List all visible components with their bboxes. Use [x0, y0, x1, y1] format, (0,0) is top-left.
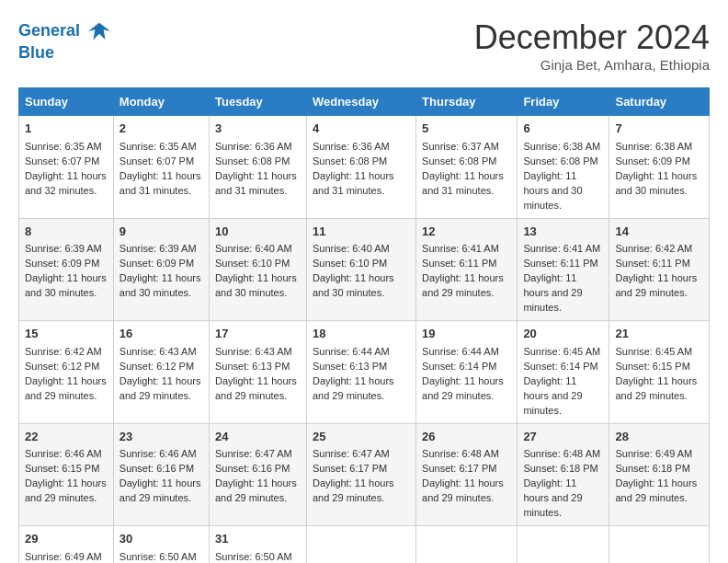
- day-info: Sunset: 6:15 PM: [615, 360, 703, 374]
- day-info: Sunrise: 6:38 AM: [615, 140, 703, 155]
- day-info: Sunset: 6:13 PM: [313, 360, 410, 374]
- day-info: Daylight: 11 hours and 30 minutes.: [119, 271, 203, 301]
- day-info: Sunrise: 6:45 AM: [615, 345, 703, 360]
- day-info: Daylight: 11 hours and 30 minutes.: [615, 169, 703, 199]
- calendar-cell: 1Sunrise: 6:35 AMSunset: 6:07 PMDaylight…: [19, 116, 114, 219]
- day-info: Sunset: 6:12 PM: [25, 360, 108, 374]
- day-info: Sunrise: 6:43 AM: [215, 345, 301, 360]
- day-info: Sunset: 6:10 PM: [313, 257, 410, 271]
- day-info: Sunset: 6:18 PM: [615, 462, 703, 477]
- col-header-tuesday: Tuesday: [210, 88, 307, 116]
- day-info: Sunrise: 6:42 AM: [615, 242, 703, 257]
- day-number: 28: [615, 429, 703, 446]
- calendar-cell: 27Sunrise: 6:48 AMSunset: 6:18 PMDayligh…: [518, 423, 609, 526]
- day-info: Sunset: 6:08 PM: [313, 155, 410, 169]
- day-info: Daylight: 11 hours and 29 minutes.: [215, 374, 301, 404]
- day-info: Sunrise: 6:39 AM: [25, 242, 108, 257]
- calendar-cell: 17Sunrise: 6:43 AMSunset: 6:13 PMDayligh…: [210, 321, 307, 424]
- day-number: 22: [25, 429, 108, 446]
- day-info: Sunrise: 6:36 AM: [215, 140, 301, 155]
- calendar-cell: 21Sunrise: 6:45 AMSunset: 6:15 PMDayligh…: [609, 321, 710, 424]
- day-info: Daylight: 11 hours and 31 minutes.: [313, 169, 410, 199]
- day-info: Daylight: 11 hours and 29 minutes.: [615, 271, 703, 301]
- day-info: Sunrise: 6:40 AM: [313, 242, 410, 257]
- day-info: Sunset: 6:12 PM: [119, 360, 203, 374]
- col-header-sunday: Sunday: [19, 88, 114, 116]
- day-info: Sunrise: 6:44 AM: [422, 345, 511, 360]
- day-info: Sunset: 6:13 PM: [215, 360, 301, 374]
- day-info: Daylight: 11 hours and 29 minutes.: [215, 477, 301, 506]
- day-info: Sunrise: 6:43 AM: [119, 345, 203, 360]
- day-info: Sunrise: 6:35 AM: [25, 140, 108, 155]
- calendar-cell: 13Sunrise: 6:41 AMSunset: 6:11 PMDayligh…: [518, 218, 609, 321]
- calendar-cell: 2Sunrise: 6:35 AMSunset: 6:07 PMDaylight…: [113, 116, 209, 219]
- logo-general: General: [18, 21, 80, 40]
- day-info: Daylight: 11 hours and 32 minutes.: [25, 169, 108, 199]
- page-header: General Blue December 2024 Ginja Bet, Am…: [18, 18, 710, 73]
- day-info: Daylight: 11 hours and 29 minutes.: [313, 374, 410, 404]
- day-info: Daylight: 11 hours and 30 minutes.: [215, 271, 301, 301]
- logo-bird-icon: [86, 18, 112, 44]
- day-info: Sunrise: 6:48 AM: [523, 447, 603, 462]
- day-info: Sunrise: 6:37 AM: [422, 140, 511, 155]
- calendar-cell: 16Sunrise: 6:43 AMSunset: 6:12 PMDayligh…: [113, 321, 209, 424]
- day-info: Daylight: 11 hours and 29 minutes.: [119, 477, 203, 506]
- day-number: 16: [119, 326, 203, 343]
- title-block: December 2024 Ginja Bet, Amhara, Ethiopi…: [474, 18, 710, 73]
- month-title: December 2024: [474, 18, 710, 57]
- day-info: Daylight: 11 hours and 29 minutes.: [615, 477, 703, 506]
- day-info: Sunrise: 6:39 AM: [119, 242, 203, 257]
- day-info: Sunset: 6:07 PM: [25, 155, 108, 169]
- logo: General Blue: [18, 18, 112, 63]
- calendar-cell: 8Sunrise: 6:39 AMSunset: 6:09 PMDaylight…: [19, 218, 114, 321]
- day-info: Sunrise: 6:35 AM: [119, 140, 203, 155]
- calendar-cell: 6Sunrise: 6:38 AMSunset: 6:08 PMDaylight…: [518, 116, 609, 219]
- day-info: Daylight: 11 hours and 29 minutes.: [422, 477, 511, 506]
- col-header-saturday: Saturday: [609, 88, 710, 116]
- calendar-cell: 22Sunrise: 6:46 AMSunset: 6:15 PMDayligh…: [19, 423, 114, 526]
- day-info: Sunrise: 6:49 AM: [615, 447, 703, 462]
- week-row-2: 8Sunrise: 6:39 AMSunset: 6:09 PMDaylight…: [19, 218, 710, 321]
- day-number: 7: [615, 121, 703, 138]
- day-info: Daylight: 11 hours and 29 minutes.: [422, 374, 511, 404]
- day-number: 21: [615, 326, 703, 343]
- day-number: 1: [25, 121, 108, 138]
- calendar-cell: 14Sunrise: 6:42 AMSunset: 6:11 PMDayligh…: [609, 218, 710, 321]
- day-number: 5: [422, 121, 511, 138]
- calendar-cell: 23Sunrise: 6:46 AMSunset: 6:16 PMDayligh…: [113, 423, 209, 526]
- day-info: Daylight: 11 hours and 29 minutes.: [119, 374, 203, 404]
- day-number: 6: [523, 121, 603, 138]
- calendar-cell: 31Sunrise: 6:50 AMSunset: 6:20 PMDayligh…: [210, 526, 307, 563]
- calendar-header-row: SundayMondayTuesdayWednesdayThursdayFrid…: [19, 88, 710, 116]
- day-info: Sunrise: 6:45 AM: [523, 345, 603, 360]
- day-info: Sunrise: 6:49 AM: [25, 550, 108, 563]
- day-number: 26: [422, 429, 511, 446]
- day-info: Daylight: 11 hours and 29 minutes.: [523, 271, 603, 316]
- day-info: Daylight: 11 hours and 30 minutes.: [313, 271, 410, 301]
- logo-blue: Blue: [18, 43, 54, 62]
- day-info: Sunset: 6:14 PM: [523, 360, 603, 374]
- day-info: Sunrise: 6:47 AM: [215, 447, 301, 462]
- day-info: Sunset: 6:11 PM: [523, 257, 603, 271]
- week-row-3: 15Sunrise: 6:42 AMSunset: 6:12 PMDayligh…: [19, 321, 710, 424]
- day-info: Sunset: 6:17 PM: [422, 462, 511, 477]
- day-number: 10: [215, 224, 301, 241]
- svg-marker-0: [88, 23, 110, 40]
- day-number: 13: [523, 224, 603, 241]
- calendar-cell: 20Sunrise: 6:45 AMSunset: 6:14 PMDayligh…: [518, 321, 609, 424]
- day-info: Daylight: 11 hours and 29 minutes.: [523, 477, 603, 521]
- calendar-cell: 25Sunrise: 6:47 AMSunset: 6:17 PMDayligh…: [306, 423, 415, 526]
- day-info: Sunrise: 6:36 AM: [313, 140, 410, 155]
- day-number: 24: [215, 429, 301, 446]
- day-info: Sunrise: 6:46 AM: [25, 447, 108, 462]
- day-info: Sunset: 6:08 PM: [523, 155, 603, 169]
- calendar-cell: [306, 526, 415, 563]
- calendar-cell: 24Sunrise: 6:47 AMSunset: 6:16 PMDayligh…: [210, 423, 307, 526]
- calendar-cell: 5Sunrise: 6:37 AMSunset: 6:08 PMDaylight…: [416, 116, 518, 219]
- day-info: Sunset: 6:08 PM: [422, 155, 511, 169]
- calendar-cell: [609, 526, 710, 563]
- day-info: Daylight: 11 hours and 29 minutes.: [25, 477, 108, 506]
- day-number: 25: [313, 429, 410, 446]
- calendar-cell: 26Sunrise: 6:48 AMSunset: 6:17 PMDayligh…: [416, 423, 518, 526]
- day-info: Daylight: 11 hours and 30 minutes.: [25, 271, 108, 301]
